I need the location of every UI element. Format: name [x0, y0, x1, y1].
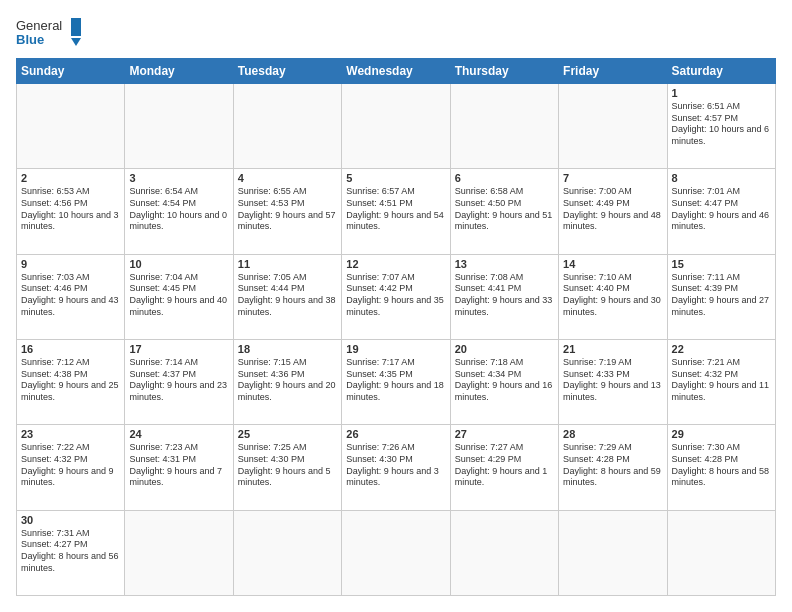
day-number: 20: [455, 343, 554, 355]
calendar-cell: 8Sunrise: 7:01 AM Sunset: 4:47 PM Daylig…: [667, 169, 775, 254]
day-info: Sunrise: 6:53 AM Sunset: 4:56 PM Dayligh…: [21, 186, 120, 233]
day-info: Sunrise: 7:30 AM Sunset: 4:28 PM Dayligh…: [672, 442, 771, 489]
calendar-cell: 6Sunrise: 6:58 AM Sunset: 4:50 PM Daylig…: [450, 169, 558, 254]
header: GeneralBlue: [16, 16, 776, 48]
day-info: Sunrise: 7:00 AM Sunset: 4:49 PM Dayligh…: [563, 186, 662, 233]
day-info: Sunrise: 7:22 AM Sunset: 4:32 PM Dayligh…: [21, 442, 120, 489]
calendar-cell: 5Sunrise: 6:57 AM Sunset: 4:51 PM Daylig…: [342, 169, 450, 254]
calendar-week-3: 9Sunrise: 7:03 AM Sunset: 4:46 PM Daylig…: [17, 254, 776, 339]
day-info: Sunrise: 7:08 AM Sunset: 4:41 PM Dayligh…: [455, 272, 554, 319]
calendar-cell: 13Sunrise: 7:08 AM Sunset: 4:41 PM Dayli…: [450, 254, 558, 339]
calendar-cell: 2Sunrise: 6:53 AM Sunset: 4:56 PM Daylig…: [17, 169, 125, 254]
calendar-cell: 21Sunrise: 7:19 AM Sunset: 4:33 PM Dayli…: [559, 339, 667, 424]
day-info: Sunrise: 7:04 AM Sunset: 4:45 PM Dayligh…: [129, 272, 228, 319]
calendar-cell: [125, 510, 233, 595]
calendar-week-5: 23Sunrise: 7:22 AM Sunset: 4:32 PM Dayli…: [17, 425, 776, 510]
day-number: 16: [21, 343, 120, 355]
calendar-cell: 20Sunrise: 7:18 AM Sunset: 4:34 PM Dayli…: [450, 339, 558, 424]
day-number: 27: [455, 428, 554, 440]
day-number: 14: [563, 258, 662, 270]
day-number: 29: [672, 428, 771, 440]
day-number: 18: [238, 343, 337, 355]
day-number: 11: [238, 258, 337, 270]
day-number: 23: [21, 428, 120, 440]
calendar-cell: 25Sunrise: 7:25 AM Sunset: 4:30 PM Dayli…: [233, 425, 341, 510]
weekday-header-friday: Friday: [559, 59, 667, 84]
day-info: Sunrise: 6:54 AM Sunset: 4:54 PM Dayligh…: [129, 186, 228, 233]
day-info: Sunrise: 7:26 AM Sunset: 4:30 PM Dayligh…: [346, 442, 445, 489]
weekday-header-monday: Monday: [125, 59, 233, 84]
calendar-cell: 7Sunrise: 7:00 AM Sunset: 4:49 PM Daylig…: [559, 169, 667, 254]
weekday-header-tuesday: Tuesday: [233, 59, 341, 84]
day-info: Sunrise: 7:15 AM Sunset: 4:36 PM Dayligh…: [238, 357, 337, 404]
calendar-cell: 3Sunrise: 6:54 AM Sunset: 4:54 PM Daylig…: [125, 169, 233, 254]
day-info: Sunrise: 7:12 AM Sunset: 4:38 PM Dayligh…: [21, 357, 120, 404]
calendar-cell: 26Sunrise: 7:26 AM Sunset: 4:30 PM Dayli…: [342, 425, 450, 510]
day-info: Sunrise: 7:21 AM Sunset: 4:32 PM Dayligh…: [672, 357, 771, 404]
calendar-cell: [342, 84, 450, 169]
calendar-table: SundayMondayTuesdayWednesdayThursdayFrid…: [16, 58, 776, 596]
day-number: 12: [346, 258, 445, 270]
day-number: 13: [455, 258, 554, 270]
calendar-cell: 27Sunrise: 7:27 AM Sunset: 4:29 PM Dayli…: [450, 425, 558, 510]
calendar-cell: [450, 510, 558, 595]
day-number: 26: [346, 428, 445, 440]
calendar-cell: 1Sunrise: 6:51 AM Sunset: 4:57 PM Daylig…: [667, 84, 775, 169]
calendar-cell: 12Sunrise: 7:07 AM Sunset: 4:42 PM Dayli…: [342, 254, 450, 339]
generalblue-logo-icon: GeneralBlue: [16, 16, 86, 48]
day-info: Sunrise: 7:25 AM Sunset: 4:30 PM Dayligh…: [238, 442, 337, 489]
day-number: 1: [672, 87, 771, 99]
day-info: Sunrise: 7:29 AM Sunset: 4:28 PM Dayligh…: [563, 442, 662, 489]
calendar-cell: [17, 84, 125, 169]
day-number: 3: [129, 172, 228, 184]
day-info: Sunrise: 7:19 AM Sunset: 4:33 PM Dayligh…: [563, 357, 662, 404]
day-number: 25: [238, 428, 337, 440]
weekday-header-row: SundayMondayTuesdayWednesdayThursdayFrid…: [17, 59, 776, 84]
calendar-week-1: 1Sunrise: 6:51 AM Sunset: 4:57 PM Daylig…: [17, 84, 776, 169]
day-info: Sunrise: 7:18 AM Sunset: 4:34 PM Dayligh…: [455, 357, 554, 404]
svg-marker-2: [71, 18, 81, 36]
svg-text:Blue: Blue: [16, 32, 44, 47]
day-number: 22: [672, 343, 771, 355]
calendar-cell: 4Sunrise: 6:55 AM Sunset: 4:53 PM Daylig…: [233, 169, 341, 254]
calendar-cell: [450, 84, 558, 169]
day-number: 17: [129, 343, 228, 355]
calendar-cell: [125, 84, 233, 169]
day-number: 24: [129, 428, 228, 440]
day-number: 9: [21, 258, 120, 270]
day-info: Sunrise: 7:05 AM Sunset: 4:44 PM Dayligh…: [238, 272, 337, 319]
day-number: 5: [346, 172, 445, 184]
day-info: Sunrise: 7:27 AM Sunset: 4:29 PM Dayligh…: [455, 442, 554, 489]
day-info: Sunrise: 7:31 AM Sunset: 4:27 PM Dayligh…: [21, 528, 120, 575]
calendar-cell: [233, 510, 341, 595]
svg-marker-3: [71, 38, 81, 46]
day-number: 7: [563, 172, 662, 184]
calendar-cell: 15Sunrise: 7:11 AM Sunset: 4:39 PM Dayli…: [667, 254, 775, 339]
day-info: Sunrise: 7:07 AM Sunset: 4:42 PM Dayligh…: [346, 272, 445, 319]
day-number: 19: [346, 343, 445, 355]
calendar-cell: 14Sunrise: 7:10 AM Sunset: 4:40 PM Dayli…: [559, 254, 667, 339]
day-info: Sunrise: 7:14 AM Sunset: 4:37 PM Dayligh…: [129, 357, 228, 404]
calendar-cell: 30Sunrise: 7:31 AM Sunset: 4:27 PM Dayli…: [17, 510, 125, 595]
day-info: Sunrise: 6:51 AM Sunset: 4:57 PM Dayligh…: [672, 101, 771, 148]
calendar-cell: 9Sunrise: 7:03 AM Sunset: 4:46 PM Daylig…: [17, 254, 125, 339]
calendar-week-6: 30Sunrise: 7:31 AM Sunset: 4:27 PM Dayli…: [17, 510, 776, 595]
svg-text:General: General: [16, 18, 62, 33]
day-info: Sunrise: 7:11 AM Sunset: 4:39 PM Dayligh…: [672, 272, 771, 319]
weekday-header-wednesday: Wednesday: [342, 59, 450, 84]
day-number: 28: [563, 428, 662, 440]
day-number: 15: [672, 258, 771, 270]
calendar-cell: 23Sunrise: 7:22 AM Sunset: 4:32 PM Dayli…: [17, 425, 125, 510]
calendar-cell: [667, 510, 775, 595]
day-number: 30: [21, 514, 120, 526]
day-info: Sunrise: 6:58 AM Sunset: 4:50 PM Dayligh…: [455, 186, 554, 233]
calendar-cell: [233, 84, 341, 169]
day-info: Sunrise: 7:10 AM Sunset: 4:40 PM Dayligh…: [563, 272, 662, 319]
calendar-cell: 10Sunrise: 7:04 AM Sunset: 4:45 PM Dayli…: [125, 254, 233, 339]
day-number: 21: [563, 343, 662, 355]
day-number: 10: [129, 258, 228, 270]
weekday-header-sunday: Sunday: [17, 59, 125, 84]
calendar-cell: [559, 510, 667, 595]
calendar-cell: 11Sunrise: 7:05 AM Sunset: 4:44 PM Dayli…: [233, 254, 341, 339]
calendar-cell: [342, 510, 450, 595]
